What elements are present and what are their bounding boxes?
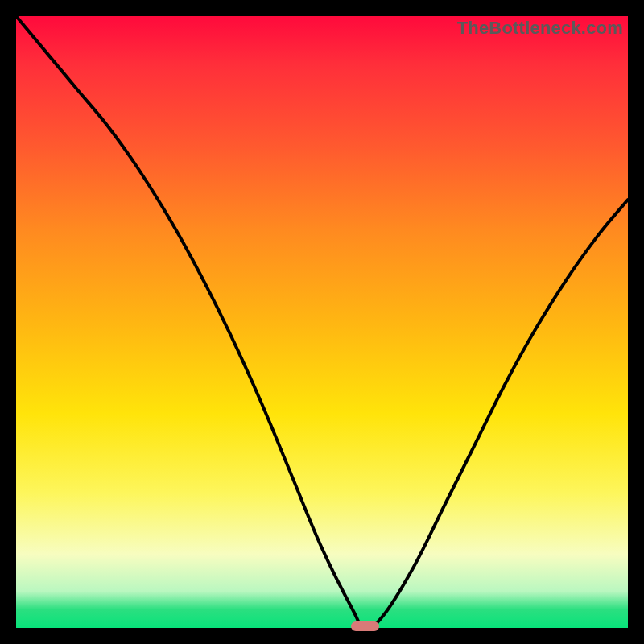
chart-frame: TheBottleneck.com xyxy=(0,0,644,644)
plot-area: TheBottleneck.com xyxy=(16,16,628,628)
optimal-marker xyxy=(351,621,379,632)
bottleneck-curve xyxy=(16,16,628,628)
